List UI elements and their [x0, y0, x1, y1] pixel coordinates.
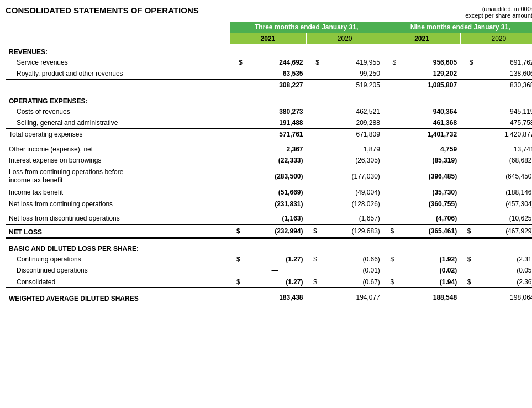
sr-dollar4: $	[460, 57, 474, 68]
co-dollar2: $	[307, 254, 320, 265]
r-val2: 99,250	[320, 68, 383, 80]
total-revenues-label	[6, 79, 229, 91]
r-dollar1	[229, 68, 243, 80]
opex-val2: 671,809	[320, 129, 383, 140]
oi-val4: 13,741	[474, 144, 532, 155]
wa-val1: 183,438	[244, 291, 307, 304]
it-val1: (51,669)	[244, 187, 307, 198]
co-eps1: (1.27)	[244, 254, 307, 265]
costs-val1: 380,273	[244, 106, 307, 117]
lbt-val3: (396,485)	[397, 166, 460, 187]
unaudited-note: (unaudited, in 000s -except per share am…	[465, 6, 532, 19]
r-dollar2	[307, 68, 320, 80]
sga-label: Selling, general and administrative	[6, 117, 229, 129]
opex-section-label: OPERATING EXPENSES:	[6, 94, 229, 106]
nl-dollar2: $	[307, 224, 320, 238]
wa-val4: 198,064	[474, 291, 532, 304]
sga-val4: 475,758	[474, 117, 532, 129]
page-title: CONSOLIDATED STATEMENTS OF OPERATIONS	[6, 6, 199, 15]
it-val4: (188,146)	[474, 187, 532, 198]
nl-dollar4: $	[460, 224, 474, 238]
sr-val4: 691,762	[474, 57, 532, 68]
other-income-label: Other income (expense), net	[6, 144, 229, 155]
nl-val2: (129,683)	[320, 224, 383, 238]
weighted-avg-label: WEIGHTED AVERAGE DILUTED SHARES	[6, 291, 229, 304]
sr-dollar2: $	[307, 57, 320, 68]
service-revenues-label: Service revenues	[6, 57, 229, 68]
interest-expense-label: Interest expense on borrowings	[6, 155, 229, 166]
col1-header: 2021	[229, 33, 306, 45]
costs-val3: 940,364	[397, 106, 460, 117]
tr-val1: 308,227	[244, 79, 307, 91]
revenues-section-label: REVENUES:	[6, 45, 229, 57]
ce-dollar4: $	[460, 276, 474, 288]
do-eps3: (0.02)	[397, 265, 460, 276]
nl-dollar1: $	[229, 224, 243, 238]
opex-val1: 571,761	[244, 129, 307, 140]
oi-val1: 2,367	[244, 144, 307, 155]
sga-val2: 209,288	[320, 117, 383, 129]
ie-val4: (68,682)	[474, 155, 532, 166]
disc-ops-eps-label: Discontinued operations	[6, 265, 229, 276]
nlc-val3: (360,755)	[397, 198, 460, 210]
costs-val2: 462,521	[320, 106, 383, 117]
financial-table: Three months ended January 31, Nine mont…	[6, 21, 532, 304]
tr-val2: 519,205	[320, 79, 383, 91]
ce-eps1: (1.27)	[244, 276, 307, 288]
r-dollar4	[460, 68, 474, 80]
ce-eps3: (1.94)	[397, 276, 460, 288]
sga-val3: 461,368	[397, 117, 460, 129]
loss-before-tax-label: Loss from continuing operations beforein…	[6, 166, 229, 187]
co-eps3: (1.92)	[397, 254, 460, 265]
nld-val2: (1,657)	[320, 213, 383, 224]
group1-header: Three months ended January 31,	[229, 22, 383, 33]
royalty-label: Royalty, product and other revenues	[6, 68, 229, 80]
costs-val4: 945,119	[474, 106, 532, 117]
nlc-val1: (231,831)	[244, 198, 307, 210]
do-eps4: (0.05)	[474, 265, 532, 276]
nlc-val2: (128,026)	[320, 198, 383, 210]
lbt-val2: (177,030)	[320, 166, 383, 187]
nl-val1: (232,994)	[244, 224, 307, 238]
co-eps4: (2.31)	[474, 254, 532, 265]
r-val3: 129,202	[397, 68, 460, 80]
opex-val3: 1,401,732	[397, 129, 460, 140]
ce-eps4: (2.36)	[474, 276, 532, 288]
net-loss-label: NET LOSS	[6, 224, 229, 238]
income-tax-label: Income tax benefit	[6, 187, 229, 198]
col3-header: 2021	[383, 33, 460, 45]
opex-val4: 1,420,877	[474, 129, 532, 140]
ie-val3: (85,319)	[397, 155, 460, 166]
sr-dollar3: $	[383, 57, 397, 68]
tr-val4: 830,368	[474, 79, 532, 91]
financial-statement: CONSOLIDATED STATEMENTS OF OPERATIONS (u…	[6, 6, 532, 304]
sr-val2: 419,955	[320, 57, 383, 68]
net-loss-cont-label: Net loss from continuing operations	[6, 198, 229, 210]
ie-val1: (22,333)	[244, 155, 307, 166]
ce-eps2: (0.67)	[320, 276, 383, 288]
do-eps2: (0.01)	[320, 265, 383, 276]
cont-ops-eps-label: Continuing operations	[6, 254, 229, 265]
tr-dollar4	[460, 79, 474, 91]
group2-header: Nine months ended January 31,	[383, 22, 532, 33]
consol-eps-label: Consolidated	[6, 276, 229, 288]
tr-dollar1	[229, 79, 243, 91]
co-dollar3: $	[383, 254, 397, 265]
costs-label: Costs of revenues	[6, 106, 229, 117]
r-val4: 138,606	[474, 68, 532, 80]
it-val3: (35,730)	[397, 187, 460, 198]
total-opex-label: Total operating expenses	[6, 129, 229, 140]
ce-dollar2: $	[307, 276, 320, 288]
tr-dollar3	[383, 79, 397, 91]
net-loss-disc-label: Net loss from discontinued operations	[6, 213, 229, 224]
r-dollar3	[383, 68, 397, 80]
sr-dollar1: $	[229, 57, 243, 68]
co-dollar4: $	[460, 254, 474, 265]
wa-val2: 194,077	[320, 291, 383, 304]
it-val2: (49,004)	[320, 187, 383, 198]
nl-dollar3: $	[383, 224, 397, 238]
ce-dollar1: $	[229, 276, 243, 288]
co-eps2: (0.66)	[320, 254, 383, 265]
r-val1: 63,535	[244, 68, 307, 80]
sga-val1: 191,488	[244, 117, 307, 129]
